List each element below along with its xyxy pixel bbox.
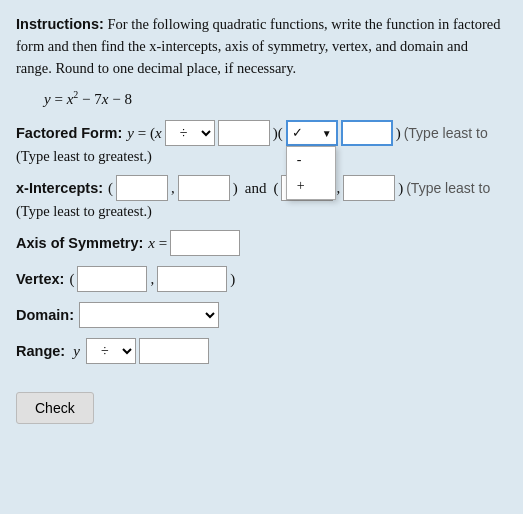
axis-of-symmetry-input[interactable] (170, 230, 240, 256)
x-intercept1-y-input[interactable] (178, 175, 230, 201)
factored-form-paren-close2: ) (396, 125, 401, 142)
x-intercepts-section: x-Intercepts: ( , ) and ( , ) (Type leas… (16, 175, 507, 220)
factored-form-label: Factored Form: (16, 125, 122, 141)
x-intercepts-hint-inline: (Type least to (406, 180, 490, 196)
dropdown-option-plus[interactable]: + (287, 173, 335, 199)
equation-display: y = x2 − 7x − 8 (44, 89, 507, 108)
range-label: Range: (16, 343, 65, 359)
axis-of-symmetry-section: Axis of Symmetry: x = (16, 230, 507, 256)
factored-form-dropdown-container: ✓ ▼ - + (286, 120, 338, 146)
x-intercepts-label: x-Intercepts: (16, 180, 103, 196)
factored-form-hint-inline: (Type least to (404, 125, 488, 141)
dropdown-check-icon: ✓ (292, 125, 303, 141)
vertex-x-input[interactable] (77, 266, 147, 292)
range-row: Range: y ÷ ≥ ≤ > < (16, 338, 507, 364)
domain-row: Domain: All real numbers x ≥ 0 x ≤ 0 (16, 302, 507, 328)
axis-of-symmetry-row: Axis of Symmetry: x = (16, 230, 507, 256)
vertex-section: Vertex: ( , ) (16, 266, 507, 292)
dropdown-chevron-icon: ▼ (322, 128, 332, 139)
factored-form-value1-input[interactable] (218, 120, 270, 146)
axis-of-symmetry-label: Axis of Symmetry: (16, 235, 143, 251)
check-button-container: Check (16, 380, 507, 424)
domain-label: Domain: (16, 307, 74, 323)
domain-section: Domain: All real numbers x ≥ 0 x ≤ 0 (16, 302, 507, 328)
range-section: Range: y ÷ ≥ ≤ > < (16, 338, 507, 364)
instructions-text: Instructions: For the following quadrati… (16, 14, 507, 79)
factored-form-value2-input[interactable] (341, 120, 393, 146)
factored-form-sign1-select[interactable]: ÷ + - (165, 120, 215, 146)
and-text: and (245, 180, 267, 197)
factored-form-section: Factored Form: y = (x ÷ + - )( ✓ ▼ - + )… (16, 120, 507, 165)
vertex-label: Vertex: (16, 271, 64, 287)
domain-select[interactable]: All real numbers x ≥ 0 x ≤ 0 (79, 302, 219, 328)
range-y-prefix: y (73, 343, 80, 360)
factored-form-hint-cont: (Type least to greatest.) (16, 148, 507, 165)
vertex-y-input[interactable] (157, 266, 227, 292)
x-intercept1-x-input[interactable] (116, 175, 168, 201)
dropdown-option-minus[interactable]: - (287, 147, 335, 173)
axis-x-prefix: x = (148, 235, 167, 252)
check-button[interactable]: Check (16, 392, 94, 424)
range-inequality-select[interactable]: ÷ ≥ ≤ > < (86, 338, 136, 364)
vertex-row: Vertex: ( , ) (16, 266, 507, 292)
factored-form-paren-close1: )( (273, 125, 283, 142)
instructions-label: Instructions: (16, 16, 104, 32)
factored-form-row: Factored Form: y = (x ÷ + - )( ✓ ▼ - + )… (16, 120, 507, 146)
range-value-input[interactable] (139, 338, 209, 364)
factored-form-dropdown-popup: - + (286, 146, 336, 200)
x-intercept2-y-input[interactable] (343, 175, 395, 201)
factored-form-y-prefix: y = (x (127, 125, 161, 142)
x-intercepts-row: x-Intercepts: ( , ) and ( , ) (Type leas… (16, 175, 507, 201)
x-intercepts-hint-cont: (Type least to greatest.) (16, 203, 507, 220)
factored-form-dropdown-trigger[interactable]: ✓ ▼ (286, 120, 338, 146)
